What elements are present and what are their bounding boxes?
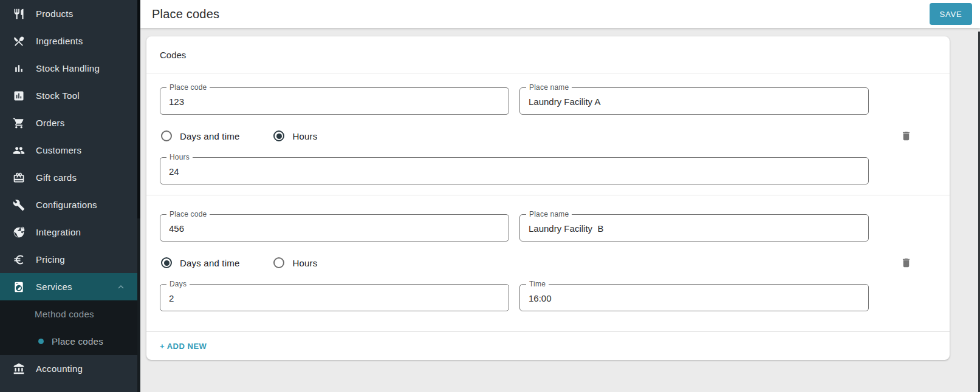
days-field: Days [160,284,509,311]
washing-machine-icon [12,280,25,293]
sidebar-item-configurations[interactable]: Configurations [0,191,137,218]
trash-icon [900,257,912,269]
days-field-label: Days [166,280,190,288]
sidebar-item-label: Ingredients [36,36,83,46]
hours-input[interactable] [160,158,868,184]
restaurant-icon [12,7,25,20]
card-title: Codes [146,36,950,73]
place-code-entry: Place code Place name Days and time [146,73,950,195]
place-name-input[interactable] [520,215,868,241]
time-input[interactable] [520,285,868,311]
sidebar-item-products[interactable]: Products [0,0,137,27]
utensils-crossed-icon [12,35,25,47]
delete-entry-button[interactable] [900,257,912,269]
sidebar-item-label: Orders [36,118,65,128]
sidebar: Products Ingredients Stock Handling Stoc… [0,0,137,392]
place-code-input[interactable] [160,88,509,114]
sidebar-item-method-codes[interactable]: Method codes [0,300,137,328]
time-field: Time [519,284,869,311]
sidebar-item-accounting[interactable]: Accounting [0,355,137,382]
sidebar-item-pricing[interactable]: Pricing [0,246,137,273]
radio-days-and-time[interactable]: Days and time [161,257,239,268]
sidebar-item-label: Gift cards [36,172,77,183]
place-code-field-label: Place code [166,83,210,92]
codes-card: Codes Place code Place name [146,36,950,360]
trash-icon [900,130,912,142]
sidebar-item-label: Pricing [36,254,65,265]
page-title: Place codes [152,7,219,21]
radio-circle-icon[interactable] [273,130,284,141]
sidebar-subitem-label: Method codes [35,309,94,319]
top-bar: Place codes SAVE [140,0,980,28]
sidebar-item-ingredients[interactable]: Ingredients [0,27,137,55]
card-footer: + ADD NEW [146,332,950,360]
place-name-field: Place name [519,87,869,115]
place-name-field: Place name [519,214,869,242]
place-code-field-label: Place code [166,210,210,218]
delete-entry-button[interactable] [900,130,912,142]
radio-hours[interactable]: Hours [273,130,317,141]
sidebar-item-label: Accounting [36,363,83,374]
save-button[interactable]: SAVE [930,3,972,25]
place-code-field: Place code [160,87,509,115]
hours-field-label: Hours [166,153,193,161]
app-root: Products Ingredients Stock Handling Stoc… [0,0,980,392]
bank-icon [12,362,25,375]
bar-chart-icon [12,62,25,75]
sidebar-item-label: Products [36,8,74,19]
sidebar-item-label: Configurations [36,200,97,210]
hours-field: Hours [160,157,869,184]
radio-days-and-time[interactable]: Days and time [161,130,239,141]
radio-circle-icon[interactable] [273,257,284,268]
wrench-icon [12,198,25,211]
sidebar-item-place-codes[interactable]: Place codes [0,328,137,355]
sidebar-item-stock-tool[interactable]: Stock Tool [0,82,137,109]
sidebar-item-gift-cards[interactable]: Gift cards [0,164,137,191]
sidebar-item-customers[interactable]: Customers [0,137,137,164]
sidebar-item-stock-handling[interactable]: Stock Handling [0,55,137,82]
euro-icon [12,253,25,266]
sidebar-item-label: Stock Tool [36,90,80,101]
time-field-label: Time [526,280,549,288]
sidebar-item-label: Integration [36,227,81,237]
sidebar-item-label: Services [36,282,72,292]
gift-card-icon [12,171,25,184]
place-name-field-label: Place name [526,210,572,218]
place-code-input[interactable] [160,215,509,241]
sidebar-item-label: Customers [36,145,81,155]
place-code-entry: Place code Place name Days and time [146,195,950,331]
sidebar-item-orders[interactable]: Orders [0,109,137,137]
add-new-button[interactable]: + ADD NEW [160,342,207,351]
sidebar-item-services[interactable]: Services [0,273,137,300]
sidebar-subitem-label: Place codes [52,336,103,346]
people-icon [12,144,25,157]
page-body: Codes Place code Place name [140,28,980,392]
main-area: Place codes SAVE Codes Place code Place … [140,0,980,392]
cart-icon [12,117,25,129]
sidebar-item-integration[interactable]: Integration [0,218,137,246]
place-code-field: Place code [160,214,509,242]
sidebar-item-label: Stock Handling [36,63,100,73]
days-input[interactable] [160,285,509,311]
globe-lock-icon [12,226,25,238]
radio-circle-icon[interactable] [161,130,172,141]
place-name-input[interactable] [520,88,868,114]
radio-circle-icon[interactable] [161,257,172,268]
chart-panel-icon [12,89,25,102]
active-dot [38,339,44,344]
chevron-up-icon [115,282,126,292]
place-name-field-label: Place name [526,83,572,92]
radio-hours[interactable]: Hours [273,257,317,268]
